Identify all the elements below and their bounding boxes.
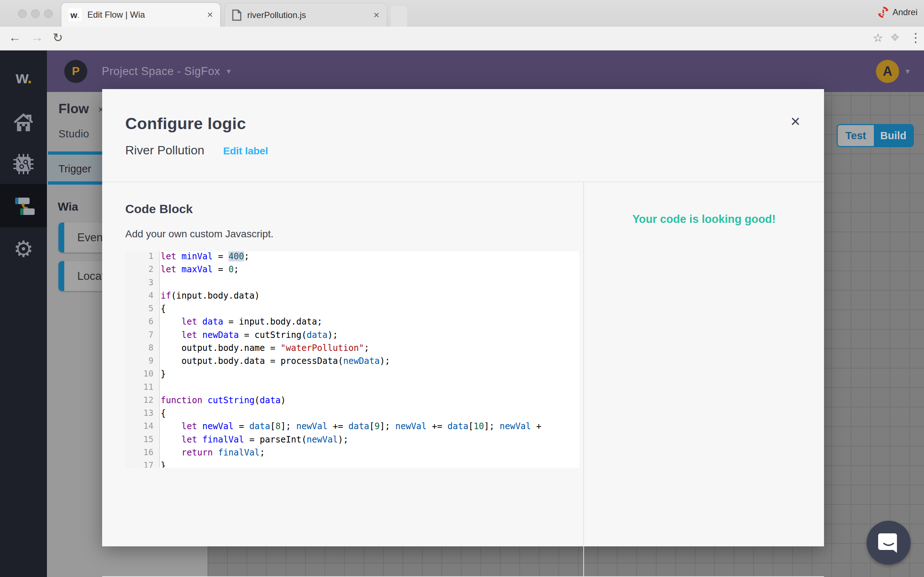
gear-icon: ⚙	[13, 236, 34, 262]
app-sidebar: w.	[0, 50, 47, 577]
app-header: P Project Space - SigFox ▾ A ▾	[47, 50, 924, 92]
modal-title: Configure logic	[125, 114, 246, 133]
user-menu[interactable]: A ▾	[876, 60, 909, 83]
wia-favicon-icon: w.	[69, 8, 82, 21]
browser-tab-inactive[interactable]: riverPollution.js ×	[225, 3, 387, 27]
trigger-tab-label: Trigger	[58, 163, 91, 175]
edit-label-link[interactable]: Edit label	[223, 145, 268, 157]
tab-title: riverPollution.js	[247, 10, 368, 20]
line-number: 17	[125, 461, 159, 468]
sidebar-item-devices[interactable]	[0, 144, 47, 184]
forward-button[interactable]: →	[31, 30, 43, 44]
project-dropdown-icon[interactable]: ▾	[227, 67, 231, 76]
line-number: 12	[125, 395, 159, 408]
sidebar-item-flows[interactable]	[0, 184, 47, 227]
node-cap	[58, 222, 64, 253]
home-icon	[14, 113, 33, 132]
code-section: Code Block Add your own custom Javascrip…	[102, 182, 583, 577]
page-title: Flow	[58, 102, 89, 116]
line-number: 13	[125, 408, 159, 421]
code-line[interactable]: {	[161, 304, 579, 317]
sidebar-item-home[interactable]	[0, 103, 47, 142]
traffic-light-minimize[interactable]	[31, 10, 40, 18]
code-line[interactable]: }	[161, 369, 579, 382]
chat-launcher[interactable]	[867, 521, 911, 565]
user-dropdown-icon: ▾	[906, 67, 909, 76]
line-number: 16	[125, 448, 159, 461]
code-line[interactable]: let newVal = data[8]; newVal += data[9];…	[161, 421, 579, 434]
code-line[interactable]: let data = input.body.data;	[161, 317, 579, 330]
back-button[interactable]: ←	[9, 30, 21, 44]
modal-body: Code Block Add your own custom Javascrip…	[102, 182, 824, 577]
line-number: 6	[125, 317, 159, 330]
code-line[interactable]: }	[161, 461, 579, 468]
tab-studio[interactable]: Studio	[58, 128, 89, 140]
code-line[interactable]	[161, 382, 579, 395]
palette-node-label: Event	[77, 231, 106, 244]
code-line[interactable]: return finalVal;	[161, 448, 579, 461]
tab-close-icon[interactable]: ×	[207, 9, 213, 21]
line-number: 10	[125, 369, 159, 382]
sidebar-wia-logo[interactable]: w.	[0, 58, 47, 97]
code-editor[interactable]: 1234567891011121314151617 let minVal = 4…	[125, 251, 579, 468]
modal-close-icon[interactable]: ×	[790, 111, 800, 131]
line-number: 3	[125, 278, 159, 291]
sidebar-item-settings[interactable]: ⚙	[0, 229, 47, 269]
bookmark-star-icon[interactable]: ☆	[873, 31, 883, 45]
modal-header: Configure logic River Pollution Edit lab…	[102, 89, 824, 182]
test-button[interactable]: Test	[838, 125, 874, 146]
browser-menu-icon[interactable]: ⋮	[909, 30, 922, 45]
configure-logic-modal: Configure logic River Pollution Edit lab…	[102, 89, 824, 546]
status-message: Your code is looking good!	[584, 213, 824, 226]
palette-section-label: Wia	[58, 200, 78, 213]
flow-icon	[12, 195, 35, 216]
project-avatar[interactable]: P	[64, 60, 87, 83]
code-line[interactable]: output.body.name = "waterPollution";	[161, 343, 579, 356]
code-line[interactable]: let maxVal = 0;	[161, 264, 579, 277]
browser-profile-chip[interactable]: Andrei	[877, 6, 918, 18]
line-number: 14	[125, 421, 159, 434]
document-icon	[232, 10, 241, 21]
reload-button[interactable]: ↻	[53, 30, 63, 45]
test-build-toggle: Test Build	[837, 124, 914, 147]
code-line[interactable]: output.body.data = processData(newData);	[161, 356, 579, 369]
code-block-title: Code Block	[125, 202, 193, 216]
node-cap	[58, 261, 64, 291]
code-line[interactable]: {	[161, 408, 579, 421]
line-number: 7	[125, 330, 159, 343]
sync-error-icon	[877, 6, 889, 18]
extension-icon[interactable]: ❖	[890, 31, 900, 44]
modal-subtitle-row: River Pollution Edit label	[125, 143, 268, 157]
line-number: 5	[125, 304, 159, 317]
tab-close-icon[interactable]: ×	[373, 10, 380, 21]
tab-title: Edit Flow | Wia	[87, 10, 202, 20]
traffic-light-zoom[interactable]	[44, 10, 53, 18]
line-number: 15	[125, 435, 159, 448]
line-number: 8	[125, 343, 159, 356]
code-line[interactable]: let minVal = 400;	[161, 251, 579, 264]
profile-name: Andrei	[893, 7, 918, 17]
code-line[interactable]: if(input.body.data)	[161, 291, 579, 304]
code-line[interactable]	[161, 278, 579, 291]
line-number: 2	[125, 264, 159, 277]
user-avatar: A	[876, 60, 899, 83]
code-line[interactable]: let newData = cutString(data);	[161, 330, 579, 343]
editor-code[interactable]: let minVal = 400;let maxVal = 0; if(inpu…	[161, 251, 579, 468]
code-block-subtitle: Add your own custom Javascript.	[125, 228, 274, 240]
chat-bubble-icon	[877, 532, 900, 554]
project-name[interactable]: Project Space - SigFox	[102, 65, 220, 78]
lint-panel: Your code is looking good!	[583, 182, 824, 577]
line-number: 4	[125, 291, 159, 304]
line-number: 11	[125, 382, 159, 395]
wia-logo-icon: w.	[16, 68, 31, 87]
build-button[interactable]: Build	[874, 125, 913, 146]
code-line[interactable]: let finalVal = parseInt(newVal);	[161, 435, 579, 448]
new-tab-stub[interactable]	[391, 6, 407, 27]
node-label: River Pollution	[125, 143, 204, 157]
browser-tab-active[interactable]: w. Edit Flow | Wia ×	[61, 3, 220, 27]
editor-gutter: 1234567891011121314151617	[125, 251, 160, 468]
browser-tab-strip: w. Edit Flow | Wia × riverPollution.js ×…	[0, 0, 924, 27]
code-line[interactable]: function cutString(data)	[161, 395, 579, 408]
line-number: 1	[125, 251, 159, 264]
traffic-light-close[interactable]	[18, 10, 27, 18]
